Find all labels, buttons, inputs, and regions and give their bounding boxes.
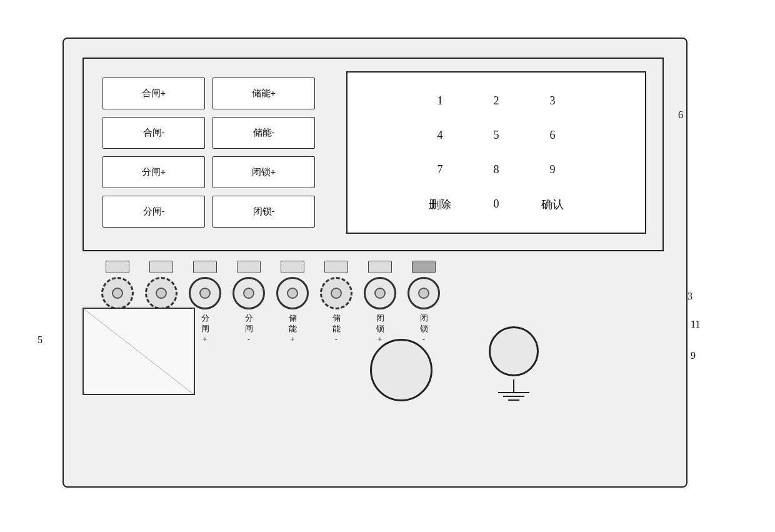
large-box — [82, 308, 195, 395]
btn-open-plus[interactable]: 分闸+ — [102, 156, 205, 188]
num-5[interactable]: 5 — [478, 121, 515, 149]
btn-close-plus[interactable]: 合闸+ — [102, 78, 205, 109]
knob-label-7: 闭锁+ — [376, 313, 384, 345]
knob-indicator-6 — [324, 261, 348, 273]
knob-label-6: 储能- — [332, 313, 341, 345]
num-6[interactable]: 6 — [534, 121, 571, 149]
num-confirm[interactable]: 确认 — [534, 190, 571, 218]
btn-lock-plus[interactable]: 闭锁+ — [212, 156, 315, 188]
grounding-symbol — [498, 379, 529, 401]
knob-dial-3[interactable] — [189, 277, 221, 309]
label-9: 9 — [691, 350, 696, 361]
num-8[interactable]: 8 — [478, 156, 515, 184]
knob-indicator-3 — [193, 261, 217, 273]
knob-dial-4[interactable] — [232, 277, 265, 309]
num-delete[interactable]: 删除 — [421, 190, 459, 218]
num-9[interactable]: 9 — [534, 156, 571, 184]
knob-dial-5[interactable] — [276, 277, 309, 309]
knob-label-5: 储能+ — [289, 313, 297, 345]
ground-line-2 — [503, 396, 524, 397]
knob-open-minus: 分闸- — [232, 261, 265, 345]
knob-dial-7[interactable] — [364, 277, 396, 309]
btn-lock-minus[interactable]: 闭锁- — [212, 196, 315, 228]
ground-line-vertical — [513, 379, 514, 392]
knob-indicator-8 — [412, 261, 436, 273]
outer-panel: 合闸+ 储能+ 合闸- 储能- 分闸+ 闭锁+ 分闸- 闭锁- 1 2 3 4 … — [62, 38, 688, 488]
num-7[interactable]: 7 — [421, 156, 459, 184]
knob-energy-minus: 储能- — [320, 261, 352, 345]
label-5: 5 — [38, 334, 42, 346]
knob-indicator-1 — [106, 261, 129, 273]
knob-label-8: 闭锁- — [420, 313, 428, 345]
knob-indicator-7 — [368, 261, 392, 273]
btn-open-minus[interactable]: 分闸- — [102, 196, 205, 228]
knob-dial-8[interactable] — [408, 277, 440, 309]
numpad-area: 1 2 3 4 5 6 7 8 9 删除 0 确认 — [346, 71, 646, 234]
knob-energy-plus: 储能+ — [276, 261, 309, 345]
num-2[interactable]: 2 — [478, 87, 515, 115]
num-0[interactable]: 0 — [478, 190, 515, 218]
grounding-knob-container — [489, 326, 539, 401]
num-3[interactable]: 3 — [534, 87, 571, 115]
numpad-grid: 1 2 3 4 5 6 7 8 9 删除 0 确认 — [421, 87, 571, 218]
knob-indicator-5 — [281, 261, 304, 273]
knob-label-4: 分闸- — [245, 313, 253, 345]
top-section: 合闸+ 储能+ 合闸- 储能- 分闸+ 闭锁+ 分闸- 闭锁- 1 2 3 4 … — [82, 58, 664, 251]
grounding-knob[interactable] — [489, 326, 539, 376]
knob-indicator-4 — [237, 261, 261, 273]
num-4[interactable]: 4 — [421, 121, 459, 149]
button-grid: 合闸+ 储能+ 合闸- 储能- 分闸+ 闭锁+ 分闸- 闭锁- — [96, 71, 321, 234]
large-box-svg — [84, 309, 194, 394]
knob-indicator-2 — [149, 261, 173, 273]
num-1[interactable]: 1 — [421, 87, 459, 115]
knob-dial-1[interactable] — [101, 277, 134, 309]
knob-lock-plus: 闭锁+ — [364, 261, 396, 345]
label-6: 6 — [678, 109, 683, 121]
label-11: 11 — [691, 319, 700, 330]
big-knob-center[interactable] — [370, 339, 432, 401]
ground-line-3 — [508, 399, 519, 401]
knob-label-3: 分闸+ — [201, 313, 209, 345]
knob-dial-2[interactable] — [145, 277, 178, 309]
knob-dial-6[interactable] — [320, 277, 352, 309]
btn-energy-plus[interactable]: 储能+ — [212, 78, 315, 109]
label-3: 3 — [688, 291, 692, 302]
btn-energy-minus[interactable]: 储能- — [212, 117, 315, 149]
ground-line-1 — [498, 392, 529, 393]
btn-close-minus[interactable]: 合闸- — [102, 117, 205, 149]
knob-lock-minus: 闭锁- — [408, 261, 440, 345]
svg-line-6 — [84, 309, 194, 394]
